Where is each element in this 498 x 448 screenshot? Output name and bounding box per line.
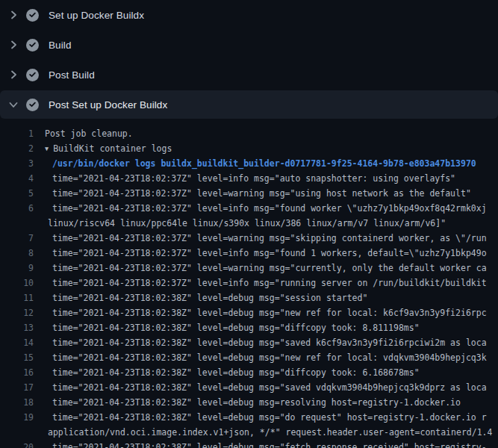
check-circle-icon xyxy=(26,39,39,52)
log-line-text: /usr/bin/docker logs buildx_buildkit_bui… xyxy=(34,156,476,171)
log-line-number xyxy=(0,216,34,231)
log-line-text: linux/riscv64 linux/ppc64le linux/s390x … xyxy=(34,216,446,231)
log-line-text: time="2021-04-23T18:02:38Z" level=debug … xyxy=(34,320,420,335)
log-line-number[interactable]: 18 xyxy=(0,395,34,410)
log-line-number[interactable]: 5 xyxy=(0,186,34,201)
log-line-text: Post job cleanup. xyxy=(34,126,133,141)
log-line: 15 time="2021-04-23T18:02:38Z" level=deb… xyxy=(0,350,498,365)
step-title: Post Set up Docker Buildx xyxy=(49,99,167,111)
step-header-post-set-up-docker-buildx[interactable]: Post Set up Docker Buildx xyxy=(0,90,498,119)
log-line-text: time="2021-04-23T18:02:38Z" level=debug … xyxy=(34,440,487,448)
log-line-number[interactable]: 14 xyxy=(0,335,34,350)
log-line-text: time="2021-04-23T18:02:38Z" level=debug … xyxy=(34,380,487,395)
log-line-number[interactable]: 2 xyxy=(0,141,34,156)
log-line-number[interactable]: 19 xyxy=(0,410,34,425)
log-line-text: time="2021-04-23T18:02:38Z" level=debug … xyxy=(34,305,487,320)
log-line-text: ▼BuildKit container logs xyxy=(34,141,172,156)
log-line-number[interactable]: 1 xyxy=(0,126,34,141)
log-line: 1 Post job cleanup. xyxy=(0,126,498,141)
log-line: 3 /usr/bin/docker logs buildx_buildkit_b… xyxy=(0,156,498,171)
log-line: 18 time="2021-04-23T18:02:38Z" level=deb… xyxy=(0,395,498,410)
log-line-text: time="2021-04-23T18:02:38Z" level=debug … xyxy=(34,335,487,350)
log-line: 11 time="2021-04-23T18:02:38Z" level=deb… xyxy=(0,290,498,305)
log-line-number[interactable]: 4 xyxy=(0,171,34,186)
step-header-set-up-docker-buildx[interactable]: Set up Docker Buildx xyxy=(0,0,498,30)
steps-list: Set up Docker Buildx Build Post Build Po… xyxy=(0,0,498,119)
log-line: 9 time="2021-04-23T18:02:37Z" level=warn… xyxy=(0,261,498,276)
log-line: 17 time="2021-04-23T18:02:38Z" level=deb… xyxy=(0,380,498,395)
log-line: 10 time="2021-04-23T18:02:37Z" level=inf… xyxy=(0,276,498,290)
chevron-down-icon xyxy=(7,99,19,111)
chevron-right-icon xyxy=(7,69,19,81)
log-line-text: time="2021-04-23T18:02:37Z" level=warnin… xyxy=(34,231,487,246)
log-line-number[interactable]: 20 xyxy=(0,440,34,448)
log-line: 19 time="2021-04-23T18:02:38Z" level=deb… xyxy=(0,410,498,425)
chevron-right-icon xyxy=(7,39,19,51)
log-line-number[interactable]: 10 xyxy=(0,276,34,290)
log-line: 4 time="2021-04-23T18:02:37Z" level=info… xyxy=(0,171,498,186)
log-line-number[interactable]: 7 xyxy=(0,231,34,246)
log-line-text: time="2021-04-23T18:02:37Z" level=info m… xyxy=(34,276,487,290)
log-line: 20 time="2021-04-23T18:02:38Z" level=deb… xyxy=(0,440,498,448)
log-line-text: time="2021-04-23T18:02:38Z" level=debug … xyxy=(34,395,461,410)
log-line-text: time="2021-04-23T18:02:38Z" level=debug … xyxy=(34,350,487,365)
log-viewer: 1 Post job cleanup. 2 ▼BuildKit containe… xyxy=(0,119,498,448)
log-line-text: time="2021-04-23T18:02:37Z" level=info m… xyxy=(34,201,487,216)
log-group-toggle-row[interactable]: 2 ▼BuildKit container logs xyxy=(0,141,498,156)
step-title: Set up Docker Buildx xyxy=(49,10,144,21)
log-line: application/vnd.oci.image.index.v1+json,… xyxy=(0,425,498,440)
log-line: linux/riscv64 linux/ppc64le linux/s390x … xyxy=(0,216,498,231)
log-line-text: application/vnd.oci.image.index.v1+json,… xyxy=(34,425,492,440)
log-line: 12 time="2021-04-23T18:02:38Z" level=deb… xyxy=(0,305,498,320)
log-line-number[interactable]: 13 xyxy=(0,320,34,335)
log-line-number[interactable]: 11 xyxy=(0,290,34,305)
log-line: 6 time="2021-04-23T18:02:37Z" level=info… xyxy=(0,201,498,216)
log-line-number[interactable]: 9 xyxy=(0,261,34,276)
log-line-text: time="2021-04-23T18:02:38Z" level=debug … xyxy=(34,365,420,380)
log-line: 16 time="2021-04-23T18:02:38Z" level=deb… xyxy=(0,365,498,380)
log-line-number[interactable]: 17 xyxy=(0,380,34,395)
chevron-right-icon xyxy=(7,9,19,21)
log-line-number[interactable]: 8 xyxy=(0,246,34,261)
log-line-number[interactable]: 15 xyxy=(0,350,34,365)
log-line: 7 time="2021-04-23T18:02:37Z" level=warn… xyxy=(0,231,498,246)
log-line-text: time="2021-04-23T18:02:37Z" level=info m… xyxy=(34,171,455,186)
step-title: Build xyxy=(49,40,72,51)
log-line: 8 time="2021-04-23T18:02:37Z" level=info… xyxy=(0,246,498,261)
log-line: 13 time="2021-04-23T18:02:38Z" level=deb… xyxy=(0,320,498,335)
triangle-down-icon: ▼ xyxy=(45,141,49,156)
log-line-number[interactable]: 16 xyxy=(0,365,34,380)
log-line: 14 time="2021-04-23T18:02:38Z" level=deb… xyxy=(0,335,498,350)
log-line-text: time="2021-04-23T18:02:37Z" level=info m… xyxy=(34,246,487,261)
log-line: 5 time="2021-04-23T18:02:37Z" level=warn… xyxy=(0,186,498,201)
log-line-text: time="2021-04-23T18:02:38Z" level=debug … xyxy=(34,410,487,425)
step-header-build[interactable]: Build xyxy=(0,30,498,60)
log-line-number[interactable]: 12 xyxy=(0,305,34,320)
check-circle-icon xyxy=(26,99,39,111)
log-line-text: time="2021-04-23T18:02:37Z" level=warnin… xyxy=(34,261,487,276)
log-line-number xyxy=(0,425,34,440)
log-line-number[interactable]: 3 xyxy=(0,156,34,171)
check-circle-icon xyxy=(26,9,39,22)
step-title: Post Build xyxy=(49,69,95,81)
log-line-text: time="2021-04-23T18:02:37Z" level=warnin… xyxy=(34,186,471,201)
log-line-text: time="2021-04-23T18:02:38Z" level=debug … xyxy=(34,290,367,305)
check-circle-icon xyxy=(26,69,39,81)
log-line-number[interactable]: 6 xyxy=(0,201,34,216)
step-header-post-build[interactable]: Post Build xyxy=(0,60,498,90)
